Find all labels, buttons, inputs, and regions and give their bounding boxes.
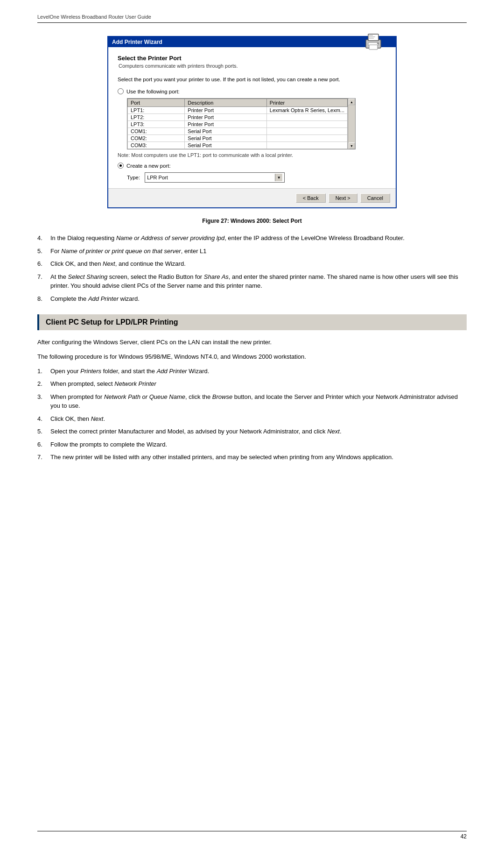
cancel-button[interactable]: Cancel <box>360 193 390 203</box>
svg-rect-5 <box>368 35 373 36</box>
client-section-title: Client PC Setup for LPD/LPR Printing <box>46 318 178 326</box>
step-num: 3. <box>37 392 50 411</box>
list-item: 7. At the Select Sharing screen, select … <box>37 272 467 291</box>
create-new-port-row[interactable]: Create a new port: <box>118 163 386 169</box>
page-container: LevelOne Wireless Broadband Router User … <box>0 0 504 851</box>
svg-rect-6 <box>368 36 375 37</box>
pre-section-steps: 4. In the Dialog requesting Name or Addr… <box>37 234 467 303</box>
svg-rect-7 <box>368 38 374 39</box>
list-item: 4. In the Dialog requesting Name or Addr… <box>37 234 467 243</box>
cell-desc: Serial Port <box>185 135 267 142</box>
step-num: 7. <box>37 453 50 462</box>
use-following-port-label: Use the following port: <box>126 89 180 94</box>
table-row[interactable]: LPT3: Printer Port <box>128 121 348 128</box>
cell-port: LPT1: <box>128 107 185 114</box>
step-content: Select the correct printer Manufacturer … <box>50 427 467 436</box>
list-item: 6. Click OK, and then Next, and continue… <box>37 259 467 269</box>
list-item: 5. Select the correct printer Manufactur… <box>37 427 467 436</box>
cell-desc: Serial Port <box>185 142 267 149</box>
client-para-2: The following procedure is for Windows 9… <box>37 352 467 362</box>
dropdown-arrow-icon[interactable]: ▼ <box>275 174 282 181</box>
back-button[interactable]: < Back <box>296 193 326 203</box>
figure-caption: Figure 27: Windows 2000: Select Port <box>37 218 467 224</box>
use-following-port-radio[interactable] <box>118 88 124 94</box>
section-title: Select the Printer Port <box>118 55 386 62</box>
port-table-wrapper: Port Description Printer LPT1: Printer P… <box>127 98 356 149</box>
type-dropdown-value: LPR Port <box>147 175 168 180</box>
cell-desc: Printer Port <box>185 107 267 114</box>
cell-desc: Serial Port <box>185 128 267 135</box>
list-item: 7. The new printer will be listed with a… <box>37 453 467 462</box>
step-content: When prompted for Network Path or Queue … <box>50 392 467 411</box>
step-num: 8. <box>37 294 50 304</box>
section-subtitle: Computers communicate with printers thro… <box>119 63 238 69</box>
wizard-footer: < Back Next > Cancel <box>108 188 396 207</box>
wizard-section-header: Select the Printer Port Computers commun… <box>118 55 386 69</box>
cell-printer <box>266 135 347 142</box>
use-following-port-row[interactable]: Use the following port: <box>118 88 386 94</box>
svg-point-4 <box>377 43 379 44</box>
list-item: 5. For Name of printer or print queue on… <box>37 247 467 256</box>
create-new-port-label: Create a new port: <box>126 163 171 169</box>
step-content: Complete the Add Printer wizard. <box>50 294 467 304</box>
client-para-1: After configuring the Windows Server, cl… <box>37 338 467 347</box>
cell-port: COM2: <box>128 135 185 142</box>
client-section-heading: Client PC Setup for LPD/LPR Printing <box>37 314 467 330</box>
step-content: The new printer will be listed with any … <box>50 453 467 462</box>
cell-port: COM3: <box>128 142 185 149</box>
list-item: 4. Click OK, then Next. <box>37 414 467 424</box>
cell-printer <box>266 142 347 149</box>
table-row[interactable]: LPT1: Printer Port Lexmark Optra R Serie… <box>128 107 348 114</box>
step-num: 5. <box>37 427 50 436</box>
col-printer: Printer <box>266 99 347 107</box>
wizard-description: Select the port you want your printer to… <box>118 76 386 84</box>
step-content: In the Dialog requesting Name or Address… <box>50 234 467 243</box>
page-footer: 42 <box>37 831 467 840</box>
step-num: 6. <box>37 259 50 269</box>
cell-port: LPT3: <box>128 121 185 128</box>
client-steps-list: 1. Open your Printers folder, and start … <box>37 367 467 462</box>
next-button[interactable]: Next > <box>329 193 357 203</box>
list-item: 6. Follow the prompts to complete the Wi… <box>37 440 467 449</box>
page-number: 42 <box>461 833 467 840</box>
scrollbar-down-arrow[interactable]: ▼ <box>349 142 355 149</box>
table-scrollbar[interactable]: ▲ ▼ <box>348 98 356 149</box>
wizard-dialog: Add Printer Wizard Select the Printer P <box>107 36 397 208</box>
port-table: Port Description Printer LPT1: Printer P… <box>127 99 348 149</box>
type-row: Type: LPR Port ▼ <box>127 172 386 183</box>
step-content: Click OK, then Next. <box>50 414 467 424</box>
step-num: 5. <box>37 247 50 256</box>
port-table-main: Port Description Printer LPT1: Printer P… <box>127 98 348 149</box>
cell-port: COM1: <box>128 128 185 135</box>
list-item: 1. Open your Printers folder, and start … <box>37 367 467 376</box>
wizard-body: Select the Printer Port Computers commun… <box>108 47 396 188</box>
step-content: Open your Printers folder, and start the… <box>50 367 467 376</box>
create-new-port-radio[interactable] <box>118 163 124 169</box>
step-content: For Name of printer or print queue on th… <box>50 247 467 256</box>
list-item: 3. When prompted for Network Path or Que… <box>37 392 467 411</box>
step-content: At the Select Sharing screen, select the… <box>50 272 467 291</box>
step-content: Follow the prompts to complete the Wizar… <box>50 440 467 449</box>
col-description: Description <box>185 99 267 107</box>
cell-printer: Lexmark Optra R Series, Lexm... <box>266 107 347 114</box>
table-row[interactable]: COM1: Serial Port <box>128 128 348 135</box>
cell-desc: Printer Port <box>185 114 267 121</box>
header-text: LevelOne Wireless Broadband Router User … <box>37 14 151 20</box>
step-num: 2. <box>37 379 50 389</box>
cell-printer <box>266 121 347 128</box>
table-row[interactable]: COM3: Serial Port <box>128 142 348 149</box>
page-header: LevelOne Wireless Broadband Router User … <box>37 14 467 23</box>
table-row[interactable]: LPT2: Printer Port <box>128 114 348 121</box>
col-port: Port <box>128 99 185 107</box>
step-num: 4. <box>37 414 50 424</box>
type-dropdown[interactable]: LPR Port ▼ <box>145 172 285 183</box>
step-num: 7. <box>37 272 50 291</box>
table-row[interactable]: COM2: Serial Port <box>128 135 348 142</box>
wizard-title: Add Printer Wizard <box>112 39 162 45</box>
table-header-row: Port Description Printer <box>128 99 348 107</box>
scrollbar-up-arrow[interactable]: ▲ <box>349 99 355 105</box>
step-num: 6. <box>37 440 50 449</box>
cell-printer <box>266 114 347 121</box>
step-content: When prompted, select Network Printer <box>50 379 467 389</box>
step-num: 1. <box>37 367 50 376</box>
